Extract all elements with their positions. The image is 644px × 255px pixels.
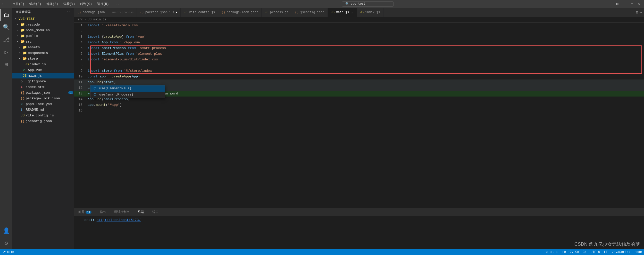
tree-arrow-node-modules: ›: [16, 29, 21, 32]
folder-icon-public: 📁: [21, 34, 25, 38]
back-button[interactable]: ←: [2, 2, 4, 6]
autocomplete-icon-1: ⬡: [94, 86, 97, 91]
line-content-14: app.use(smartProcess): [87, 97, 644, 102]
tab-package-json-smart[interactable]: {} package.json ...smart-process: [74, 8, 137, 17]
tab-vite-config[interactable]: JS vite.config.js: [181, 8, 218, 17]
activity-account[interactable]: 👤: [0, 225, 12, 237]
code-line-11[interactable]: 11 app.use(store) ⬡ use(ElementPlus) ⬡ u…: [74, 79, 644, 85]
tree-item-jsconfig[interactable]: {} jsconfig.json: [12, 118, 74, 124]
folder-icon-node-modules: 📁: [21, 28, 25, 32]
activity-settings[interactable]: ⚙: [0, 237, 12, 249]
layout-icon[interactable]: ⊞: [615, 1, 620, 7]
breadcrumb-more[interactable]: ...: [111, 18, 117, 21]
tab-index-js[interactable]: JS index.js: [357, 8, 383, 17]
autocomplete-item-1[interactable]: ⬡ use(ElementPlus): [90, 85, 165, 92]
tree-item-app-vue[interactable]: ▽ App.vue: [12, 67, 74, 73]
code-line-5[interactable]: 5 import smartProcess from 'smart-proces…: [74, 45, 644, 51]
forward-button[interactable]: →: [5, 2, 7, 6]
tree-item-components[interactable]: › 📁 components: [12, 50, 74, 56]
tree-item-assets[interactable]: › 📁 assets: [12, 44, 74, 50]
tab-package-lock[interactable]: {} package-lock.json: [218, 8, 262, 17]
bottom-tab-ports[interactable]: 端口: [148, 208, 163, 216]
menu-file[interactable]: 文件(F): [12, 1, 26, 7]
menu-select[interactable]: 选择(S): [45, 1, 59, 7]
tab-label-index-js: index.js: [365, 11, 380, 14]
close-icon[interactable]: ✕: [637, 1, 642, 7]
line-content-13: window.pinia = store "pinia": Unknown wo…: [87, 91, 644, 97]
activity-explorer[interactable]: 🗂: [0, 9, 12, 21]
activity-source-control[interactable]: ⎇: [0, 34, 12, 46]
tree-item-package-lock[interactable]: {} package-lock.json: [12, 95, 74, 101]
code-line-2[interactable]: 2: [74, 28, 644, 34]
bottom-tab-output[interactable]: 输出: [96, 208, 110, 216]
tab-main-js[interactable]: JS main.js ✕: [328, 8, 357, 17]
code-line-15[interactable]: 15 app.mount('#app'): [74, 102, 644, 108]
status-line-ending[interactable]: LF: [604, 250, 608, 254]
line-number-2: 2: [74, 28, 87, 34]
status-node[interactable]: node: [634, 250, 642, 254]
menu-edit[interactable]: 编辑(E): [28, 1, 42, 7]
tree-item-public[interactable]: › 📁 public: [12, 33, 74, 39]
sidebar-more-icon[interactable]: ···: [64, 10, 71, 14]
menu-goto[interactable]: 转到(G): [79, 1, 93, 7]
tree-item-main-js[interactable]: JS main.js: [12, 73, 74, 78]
tree-item-src[interactable]: ▾ 📂 src: [12, 39, 74, 44]
menu-view[interactable]: 查看(V): [62, 1, 76, 7]
tab-process-js[interactable]: JS process.js: [262, 8, 292, 17]
menu-run[interactable]: 运行(R): [96, 1, 110, 7]
terminal-url[interactable]: http://localhost:5173/: [97, 218, 141, 222]
tabs-right-actions: ⊟ ⋯: [636, 10, 644, 15]
menu-more[interactable]: ...: [113, 1, 121, 7]
code-line-8[interactable]: 8: [74, 62, 644, 68]
code-line-6[interactable]: 6 import ElementPlus from 'element-plus': [74, 51, 644, 57]
tree-item-vite-config[interactable]: JS vite.config.js: [12, 113, 74, 118]
tab-more-icon[interactable]: ⋯: [639, 10, 642, 15]
breadcrumb-main-js[interactable]: JS main.js: [88, 18, 106, 21]
code-editor[interactable]: 1 import './assets/main.css' 2 3 import …: [74, 23, 644, 208]
minimize-icon[interactable]: —: [622, 1, 627, 6]
bottom-tab-ports-label: 端口: [152, 210, 158, 214]
code-line-16[interactable]: 16: [74, 108, 644, 114]
breadcrumb-src[interactable]: src: [77, 18, 83, 21]
code-line-7[interactable]: 7 import 'element-plus/dist/index.css': [74, 57, 644, 62]
status-language[interactable]: JavaScript: [612, 250, 630, 254]
tree-item-node-modules[interactable]: › 📁 node_modules: [12, 27, 74, 33]
activity-run[interactable]: ▷: [0, 46, 12, 58]
status-errors[interactable]: ✕ 0 ⚠ 0: [546, 250, 558, 254]
search-box[interactable]: 🔍 vue-test: [342, 1, 394, 7]
tree-item-index-html[interactable]: ◈ index.html: [12, 84, 74, 90]
bottom-tab-terminal[interactable]: 终端: [134, 208, 148, 216]
activity-search[interactable]: 🔍: [0, 21, 12, 34]
tab-label-package-lock: package-lock.json: [227, 11, 258, 14]
autocomplete-item-2[interactable]: ⬡ use(smartProcess): [90, 92, 165, 98]
code-line-1[interactable]: 1 import './assets/main.css': [74, 23, 644, 28]
tab-jsconfig[interactable]: {} jsconfig.json: [292, 8, 328, 17]
sidebar-header: 资源管理器 ···: [12, 8, 74, 16]
sidebar-tree: ▾ VUE-TEST › 📁 .vscode › 📁 node_modules …: [12, 16, 74, 249]
tab-split-icon[interactable]: ⊟: [636, 10, 639, 15]
status-encoding[interactable]: UTF-8: [591, 250, 600, 254]
code-line-9[interactable]: 9 import store from '@/store/index': [74, 68, 644, 74]
status-branch[interactable]: ⎇ main: [2, 250, 14, 254]
tab-close-main-js[interactable]: ✕: [350, 11, 353, 14]
tree-root[interactable]: ▾ VUE-TEST: [12, 16, 74, 22]
line-content-10: const app = createApp(App): [87, 74, 644, 79]
code-line-4[interactable]: 4 import App from './App.vue': [74, 40, 644, 45]
activity-extensions[interactable]: ⊞: [0, 58, 12, 71]
restore-icon[interactable]: ❐: [629, 1, 634, 7]
tree-item-pnpm-lock[interactable]: ⊙ pnpm-lock.yaml: [12, 101, 74, 107]
autocomplete-text-1: use(ElementPlus): [99, 86, 131, 91]
code-line-3[interactable]: 3 import {createApp} from 'vue': [74, 34, 644, 40]
tree-item-gitignore[interactable]: ◇ .gitignore: [12, 78, 74, 84]
tree-item-vscode[interactable]: › 📁 .vscode: [12, 22, 74, 27]
tree-item-store[interactable]: ▾ 📂 store: [12, 56, 74, 61]
tree-item-store-index[interactable]: JS index.js: [12, 61, 74, 67]
bottom-tab-debug[interactable]: 调试控制台: [110, 208, 134, 216]
local-url: → Local: http://localhost:5173/: [78, 218, 640, 222]
tab-package-json-1[interactable]: {} package.json \ 1: [137, 8, 181, 17]
code-line-10[interactable]: 10 const app = createApp(App): [74, 74, 644, 79]
status-line-col[interactable]: Ln 12, Col 34: [562, 250, 587, 254]
bottom-tab-problems[interactable]: 问题 11: [74, 208, 96, 216]
tree-item-package-json[interactable]: {} package.json 1: [12, 90, 74, 95]
tree-item-readme[interactable]: ℹ README.md: [12, 107, 74, 113]
